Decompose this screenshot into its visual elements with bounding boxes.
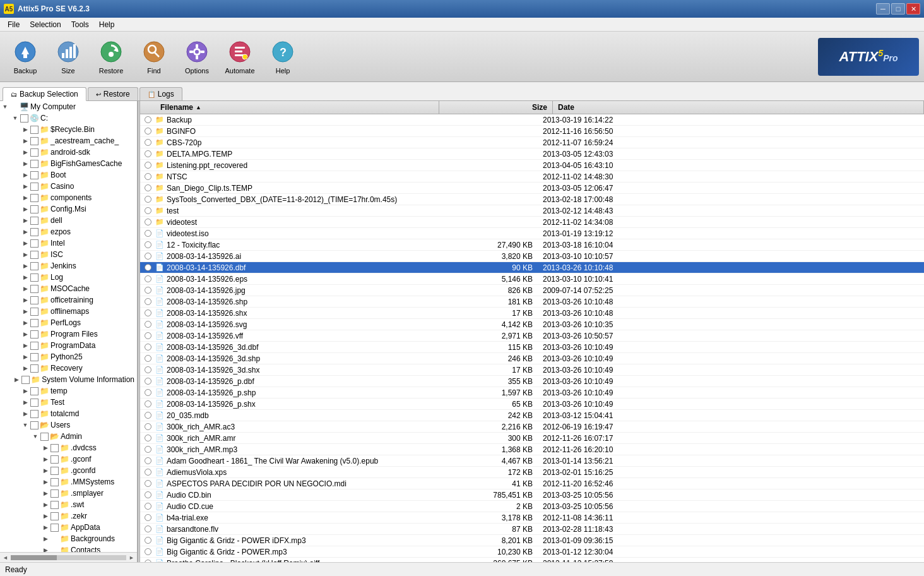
tree-expander-users[interactable]: ▼ (20, 420, 30, 430)
file-row[interactable]: 📄 2008-03-14-135926_p.dbf 355 KB 2013-03… (140, 376, 924, 387)
tree-expander-acestream-cache[interactable]: ▶ (20, 136, 30, 146)
file-radio[interactable] (145, 332, 151, 339)
file-radio[interactable] (145, 275, 151, 282)
tree-node-smplayer[interactable]: ▶📁.smplayer (0, 488, 137, 499)
tree-node-gconf[interactable]: ▶📁.gconf (0, 453, 137, 465)
file-row[interactable]: 📁 Listening.ppt_recovered 2013-04-05 16:… (140, 160, 924, 171)
tree-expander-android-sdk[interactable]: ▶ (20, 147, 30, 157)
file-row[interactable]: 📁 SysTools_Converted_DBX_(DATE=11-8-2012… (140, 194, 924, 205)
tab-logs[interactable]: 📋 Logs (139, 87, 182, 100)
tree-expander-gconf[interactable]: ▶ (40, 454, 50, 464)
menu-file[interactable]: File (3, 19, 25, 30)
tree-expander-c-drive[interactable]: ▼ (10, 113, 20, 123)
tree-expander-isc[interactable]: ▶ (20, 249, 30, 260)
tree-expander-msocache[interactable]: ▶ (20, 284, 30, 294)
tree-node-recycle-bin[interactable]: ▶📁$Recycle.Bin (0, 124, 137, 135)
file-row[interactable]: 📁 CBS-720p 2012-11-07 16:59:24 (140, 137, 924, 148)
tree-checkbox-android-sdk[interactable] (30, 148, 38, 157)
file-row[interactable]: 📄 2008-03-14-135926_3d.shp 246 KB 2013-0… (140, 353, 924, 364)
file-row[interactable]: 📄 Big Gigantic & Gridz - POWER iDFX.mp3 … (140, 535, 924, 546)
tree-expander-system-volume[interactable]: ▶ (11, 375, 21, 385)
restore-button[interactable]: Restore (91, 35, 131, 78)
tree-expander-my-computer[interactable]: ▼ (0, 102, 10, 112)
tree-node-zekr[interactable]: ▶📁.zekr (0, 510, 137, 522)
file-radio[interactable] (145, 253, 151, 260)
file-row[interactable]: 📄 Audio CD.bin 785,451 KB 2013-03-25 10:… (140, 489, 924, 501)
tree-expander-recovery[interactable]: ▶ (20, 363, 30, 373)
tree-checkbox-gconf[interactable] (50, 455, 59, 464)
tree-expander-smplayer[interactable]: ▶ (40, 488, 50, 498)
file-radio[interactable] (145, 366, 151, 373)
tree-node-backgrounds[interactable]: ▶📁Backgrounds (0, 533, 137, 544)
tree-node-perflogs[interactable]: ▶📁PerfLogs (0, 317, 137, 328)
file-radio[interactable] (145, 173, 151, 180)
tree-node-offlinemaps[interactable]: ▶📁offlinemaps (0, 306, 137, 317)
file-row[interactable]: 📄 AdiemusViola.xps 172 KB 2013-02-01 15:… (140, 467, 924, 478)
tree-checkbox-intel[interactable] (30, 239, 38, 248)
tree-expander-boot[interactable]: ▶ (20, 170, 30, 180)
maximize-button[interactable]: □ (891, 3, 905, 15)
filename-column-header[interactable]: Filename ▲ (155, 101, 439, 114)
tree-node-system-volume[interactable]: ▶📁System Volume Information (0, 374, 137, 385)
tree-checkbox-temp[interactable] (30, 387, 38, 395)
tree-expander-bigfishgamescache[interactable]: ▶ (20, 159, 30, 169)
tree-checkbox-totalcmd[interactable] (30, 410, 38, 418)
tree-checkbox-admin[interactable] (40, 433, 49, 441)
file-row[interactable]: 📄 Big Gigantic & Gridz - POWER.mp3 10,23… (140, 546, 924, 558)
tree-expander-recycle-bin[interactable]: ▶ (20, 124, 30, 135)
tree-checkbox-boot[interactable] (30, 171, 38, 179)
minimize-button[interactable]: ─ (876, 3, 890, 15)
file-row[interactable]: 📄 videotest.iso 2013-01-19 13:19:12 (140, 228, 924, 239)
tree-checkbox-isc[interactable] (30, 251, 38, 259)
tree-node-acestream-cache[interactable]: ▶📁_acestream_cache_ (0, 135, 137, 147)
menu-selection[interactable]: Selection (25, 19, 66, 30)
tree-checkbox-programdata[interactable] (30, 342, 38, 350)
file-radio[interactable] (145, 503, 151, 510)
tree-expander-gconfd[interactable]: ▶ (40, 465, 50, 476)
tree-expander-casino[interactable]: ▶ (20, 181, 30, 191)
tree-expander-programdata[interactable]: ▶ (20, 340, 30, 351)
tree-checkbox-system-volume[interactable] (21, 376, 30, 384)
tree-expander-python25[interactable]: ▶ (20, 352, 30, 362)
automate-button[interactable]: ⚡ Automate (220, 35, 260, 78)
tree-checkbox-smplayer[interactable] (50, 489, 59, 498)
tree-expander-ezpos[interactable]: ▶ (20, 227, 30, 237)
file-radio[interactable] (145, 514, 151, 521)
file-radio[interactable] (145, 309, 151, 316)
tree-node-gconfd[interactable]: ▶📁.gconfd (0, 465, 137, 476)
file-row[interactable]: 📄 2008-03-14-135926_p.shp 1,597 KB 2013-… (140, 387, 924, 399)
tree-checkbox-recycle-bin[interactable] (30, 126, 38, 134)
file-radio[interactable] (145, 457, 151, 464)
file-radio[interactable] (145, 321, 151, 328)
tree-checkbox-swt[interactable] (50, 501, 59, 509)
tree-node-test[interactable]: ▶📁Test (0, 397, 137, 408)
tree-expander-admin[interactable]: ▼ (30, 431, 40, 441)
file-row[interactable]: 📄 Audio CD.cue 2 KB 2013-03-25 10:05:56 (140, 501, 924, 512)
tree-expander-zekr[interactable]: ▶ (40, 511, 50, 521)
file-radio[interactable] (145, 469, 151, 476)
menu-tools[interactable]: Tools (66, 19, 94, 30)
tree-expander-jenkins[interactable]: ▶ (20, 261, 30, 271)
size-button[interactable]: Size (48, 35, 88, 78)
tree-node-android-sdk[interactable]: ▶📁android-sdk (0, 147, 137, 158)
file-radio[interactable] (145, 491, 151, 498)
tree-checkbox-offlinemaps[interactable] (30, 308, 38, 316)
tree-node-my-computer[interactable]: ▼🖥️My Computer (0, 101, 137, 112)
file-row[interactable]: 📄 2008-03-14-135926.vff 2,971 KB 2013-03… (140, 330, 924, 342)
file-radio[interactable] (145, 184, 151, 191)
tree-checkbox-jenkins[interactable] (30, 262, 38, 270)
tree-checkbox-python25[interactable] (30, 353, 38, 361)
file-radio[interactable] (145, 116, 151, 123)
file-radio[interactable] (145, 525, 151, 532)
tree-node-isc[interactable]: ▶📁ISC (0, 249, 137, 260)
file-row[interactable]: 📄 2008-03-14-135926.shp 181 KB 2013-03-2… (140, 296, 924, 308)
file-row[interactable]: 📁 DELTA.MPG.TEMP 2013-03-05 12:43:03 (140, 148, 924, 160)
file-radio[interactable] (145, 378, 151, 385)
backup-button[interactable]: Backup (5, 35, 45, 78)
tree-checkbox-test[interactable] (30, 399, 38, 407)
tree-checkbox-bigfishgamescache[interactable] (30, 160, 38, 168)
file-row[interactable]: 📁 Backup 2013-03-19 16:14:22 (140, 114, 924, 126)
tree-node-jenkins[interactable]: ▶📁Jenkins (0, 260, 137, 272)
file-radio[interactable] (145, 196, 151, 203)
file-row[interactable]: 📄 2008-03-14-135926_p.shx 65 KB 2013-03-… (140, 399, 924, 410)
